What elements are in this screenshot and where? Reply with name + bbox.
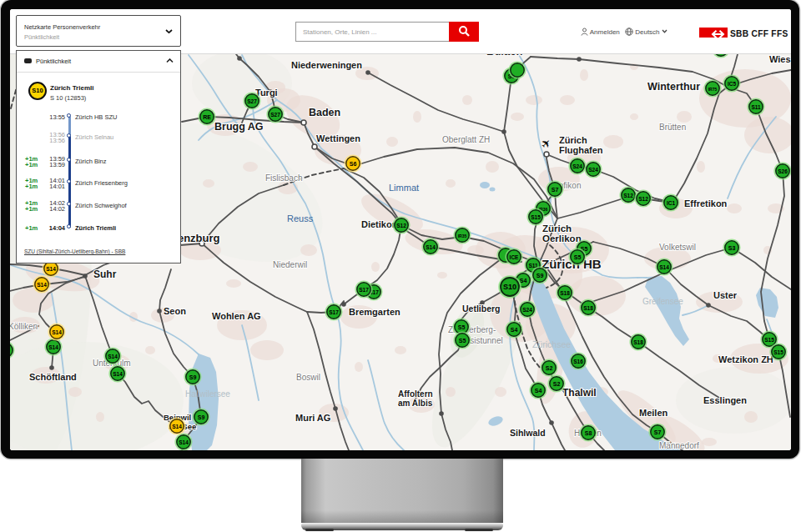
- svg-text:S12: S12: [396, 223, 406, 228]
- svg-text:Niederweningen: Niederweningen: [291, 60, 362, 70]
- svg-text:S27: S27: [247, 98, 257, 104]
- svg-text:S9: S9: [537, 273, 544, 279]
- svg-text:Esslingen: Esslingen: [703, 395, 747, 405]
- svg-text:S27: S27: [270, 112, 280, 118]
- svg-text:Wettingen: Wettingen: [316, 133, 360, 143]
- svg-text:S5: S5: [458, 324, 466, 330]
- svg-text:Brugg AG: Brugg AG: [214, 121, 264, 133]
- svg-text:S9: S9: [198, 414, 205, 420]
- svg-text:S9: S9: [189, 374, 197, 380]
- svg-text:S14: S14: [46, 266, 56, 272]
- svg-text:Wohlen AG: Wohlen AG: [212, 311, 261, 321]
- svg-text:S11: S11: [751, 104, 761, 110]
- svg-text:S15: S15: [773, 349, 783, 355]
- svg-text:Suhr: Suhr: [93, 269, 117, 280]
- svg-text:S2: S2: [546, 365, 553, 371]
- svg-text:Zürich: Zürich: [542, 223, 572, 233]
- svg-text:am Albis: am Albis: [398, 399, 433, 408]
- svg-text:Wies: Wies: [769, 54, 791, 64]
- svg-text:Bülach: Bülach: [486, 54, 522, 58]
- svg-text:IR75: IR75: [708, 87, 718, 92]
- svg-text:IR35: IR35: [458, 233, 467, 238]
- svg-text:S24: S24: [522, 307, 532, 313]
- svg-text:S7: S7: [552, 187, 559, 193]
- svg-text:Boswil: Boswil: [296, 373, 320, 382]
- svg-text:S12: S12: [638, 196, 648, 202]
- svg-text:S4: S4: [535, 388, 542, 394]
- svg-text:S14: S14: [37, 282, 47, 288]
- svg-text:S3: S3: [728, 245, 736, 251]
- svg-text:S15: S15: [764, 337, 774, 343]
- svg-text:S17: S17: [329, 309, 339, 315]
- svg-text:S18: S18: [633, 339, 643, 345]
- svg-text:Oberglatt ZH: Oberglatt ZH: [442, 135, 490, 144]
- svg-text:S4: S4: [520, 278, 527, 284]
- svg-text:Kölliken: Kölliken: [10, 322, 38, 331]
- svg-text:Dietikon: Dietikon: [361, 219, 398, 229]
- svg-text:IC5: IC5: [728, 81, 737, 87]
- svg-text:Reuss: Reuss: [287, 213, 314, 223]
- svg-text:Thalwil: Thalwil: [562, 387, 597, 399]
- svg-text:Affoltern: Affoltern: [398, 389, 433, 399]
- svg-text:Greifensee: Greifensee: [642, 297, 683, 306]
- svg-text:Limmat: Limmat: [389, 183, 419, 193]
- svg-text:S10: S10: [503, 283, 516, 291]
- svg-text:Oerlikon: Oerlikon: [542, 233, 582, 243]
- svg-text:Schöftland: Schöftland: [29, 372, 77, 382]
- svg-text:Uetliberg: Uetliberg: [462, 304, 501, 314]
- svg-text:Niederwil: Niederwil: [273, 260, 307, 269]
- svg-text:S7: S7: [654, 429, 662, 435]
- svg-text:Winterthur: Winterthur: [647, 81, 700, 93]
- svg-text:Volketswil: Volketswil: [659, 243, 696, 252]
- svg-text:S18: S18: [560, 290, 570, 296]
- svg-text:Männedorf: Männedorf: [659, 441, 699, 450]
- svg-text:Zürich: Zürich: [559, 135, 587, 145]
- svg-text:S8: S8: [585, 430, 592, 436]
- svg-text:S14: S14: [179, 439, 189, 445]
- svg-text:S12: S12: [623, 193, 633, 198]
- svg-text:RE: RE: [203, 114, 211, 120]
- svg-text:S16: S16: [573, 359, 583, 364]
- svg-text:S14: S14: [172, 424, 182, 429]
- svg-text:S5: S5: [574, 254, 582, 260]
- svg-text:Bremgarten: Bremgarten: [349, 307, 400, 317]
- svg-text:S26: S26: [778, 168, 788, 174]
- svg-text:Fislisbach: Fislisbach: [265, 173, 302, 183]
- svg-text:S17: S17: [359, 287, 369, 293]
- svg-text:S14: S14: [113, 371, 123, 377]
- svg-text:S14: S14: [659, 264, 669, 270]
- svg-text:S5: S5: [459, 338, 466, 344]
- svg-text:IC1: IC1: [667, 200, 676, 206]
- svg-text:Wetzikon ZH: Wetzikon ZH: [718, 354, 773, 364]
- svg-text:S2: S2: [553, 381, 561, 387]
- svg-text:Muri AG: Muri AG: [295, 413, 330, 423]
- svg-text:S15: S15: [531, 214, 541, 220]
- svg-text:Sihlwald: Sihlwald: [510, 428, 546, 438]
- svg-text:Seon: Seon: [164, 306, 186, 316]
- svg-text:S6: S6: [350, 161, 357, 167]
- svg-text:S18: S18: [583, 305, 593, 311]
- svg-text:ICE: ICE: [510, 254, 520, 260]
- svg-text:Flughafen: Flughafen: [559, 145, 603, 155]
- svg-text:Zürichsee: Zürichsee: [532, 339, 571, 349]
- svg-text:Uster: Uster: [713, 290, 738, 300]
- svg-text:Brütten: Brütten: [659, 123, 686, 132]
- svg-text:Baden: Baden: [309, 107, 340, 118]
- svg-text:S4: S4: [511, 327, 518, 333]
- svg-text:S14: S14: [426, 244, 436, 250]
- svg-text:S14: S14: [48, 344, 58, 350]
- svg-text:S24: S24: [572, 163, 582, 169]
- svg-text:S24: S24: [588, 167, 598, 173]
- svg-text:S14: S14: [108, 354, 118, 359]
- svg-text:Effretikon: Effretikon: [684, 198, 728, 208]
- svg-text:Hallwilersee: Hallwilersee: [185, 389, 230, 399]
- svg-text:Meilen: Meilen: [639, 408, 668, 418]
- svg-text:S14: S14: [52, 329, 62, 335]
